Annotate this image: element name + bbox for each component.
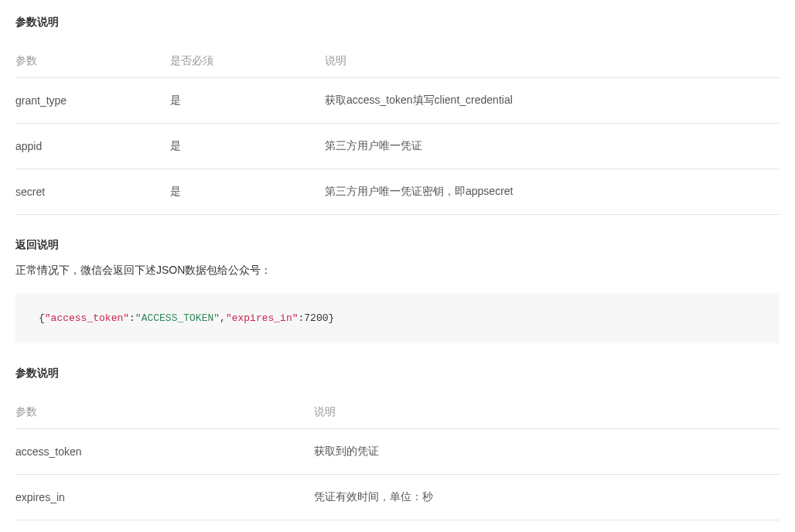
table-row: secret 是 第三方用户唯一凭证密钥，即appsecret: [15, 169, 780, 215]
cell-desc: 获取access_token填写client_credential: [325, 78, 780, 124]
table-row: grant_type 是 获取access_token填写client_cred…: [15, 78, 780, 124]
code-key: "access_token": [45, 312, 129, 324]
header-desc: 说明: [325, 45, 780, 78]
header-param: 参数: [15, 396, 314, 429]
params-section-title: 参数说明: [15, 15, 780, 29]
cell-desc: 获取到的凭证: [314, 429, 780, 475]
cell-desc: 凭证有效时间，单位：秒: [314, 475, 780, 520]
code-number: 7200: [304, 312, 328, 324]
table-header-row: 参数 说明: [15, 396, 780, 429]
return-description: 正常情况下，微信会返回下述JSON数据包给公众号：: [15, 264, 780, 278]
cell-required: 是: [170, 124, 325, 169]
code-string: "ACCESS_TOKEN": [135, 312, 220, 324]
return-params-table: 参数 说明 access_token 获取到的凭证 expires_in 凭证有…: [15, 396, 780, 520]
table-row: expires_in 凭证有效时间，单位：秒: [15, 475, 780, 520]
json-code-block: {"access_token":"ACCESS_TOKEN","expires_…: [15, 293, 780, 343]
params-table: 参数 是否必须 说明 grant_type 是 获取access_token填写…: [15, 45, 780, 215]
code-key: "expires_in": [226, 312, 299, 324]
header-param: 参数: [15, 45, 170, 78]
header-required: 是否必须: [170, 45, 325, 78]
cell-required: 是: [170, 169, 325, 215]
cell-param: appid: [15, 124, 170, 169]
cell-desc: 第三方用户唯一凭证密钥，即appsecret: [325, 169, 780, 215]
return-section-title: 返回说明: [15, 238, 780, 252]
cell-param: expires_in: [15, 475, 314, 520]
table-row: access_token 获取到的凭证: [15, 429, 780, 475]
table-row: appid 是 第三方用户唯一凭证: [15, 124, 780, 169]
table-header-row: 参数 是否必须 说明: [15, 45, 780, 78]
cell-required: 是: [170, 78, 325, 124]
cell-desc: 第三方用户唯一凭证: [325, 124, 780, 169]
params-section-title-2: 参数说明: [15, 367, 780, 380]
cell-param: secret: [15, 169, 170, 215]
header-desc: 说明: [314, 396, 780, 429]
cell-param: access_token: [15, 429, 314, 475]
cell-param: grant_type: [15, 78, 170, 124]
